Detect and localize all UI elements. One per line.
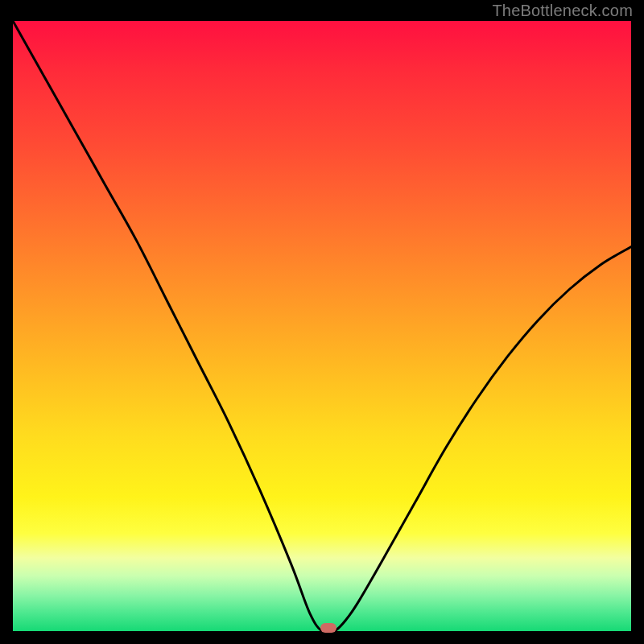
watermark-text: TheBottleneck.com (492, 2, 633, 20)
plot-area (13, 21, 631, 631)
bottleneck-curve (13, 21, 631, 631)
minimum-marker (320, 623, 336, 633)
chart-frame: TheBottleneck.com (0, 0, 644, 644)
